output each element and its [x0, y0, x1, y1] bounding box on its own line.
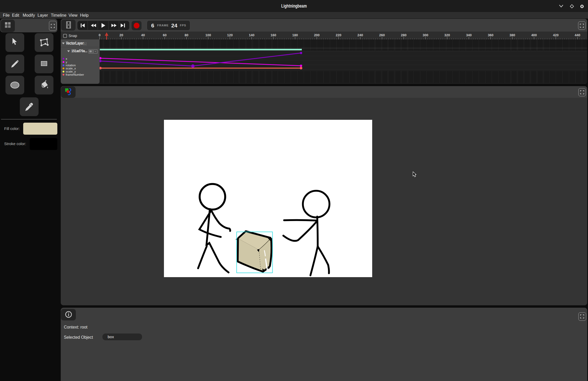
svg-text:scale_y: scale_y [66, 70, 76, 73]
svg-text:rotation: rotation [66, 64, 76, 67]
svg-text:frameNumber: frameNumber [66, 73, 84, 76]
svg-text:y: y [66, 61, 67, 64]
svg-text:scale_x: scale_x [66, 67, 76, 70]
svg-text:x: x [66, 57, 67, 60]
